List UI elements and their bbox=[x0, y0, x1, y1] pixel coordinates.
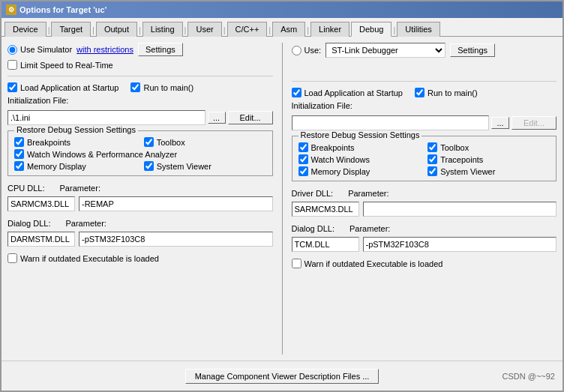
right-use-radio-input[interactable] bbox=[292, 46, 302, 55]
right-breakpoints-input[interactable] bbox=[298, 142, 308, 152]
left-init-row: ... Edit... bbox=[8, 110, 273, 125]
tab-listing[interactable]: Listing bbox=[142, 22, 183, 37]
right-use-label: Use: bbox=[304, 46, 322, 55]
left-memory-checkbox[interactable]: Memory Display bbox=[14, 161, 136, 171]
left-warn-checkbox[interactable]: Warn if outdated Executable is loaded bbox=[8, 253, 159, 263]
right-warn-checkbox[interactable]: Warn if outdated Executable is loaded bbox=[292, 259, 443, 268]
right-use-row: Use: ST-Link Debugger J-LINK Debugger UL… bbox=[292, 43, 557, 58]
left-cpu-dll-input[interactable] bbox=[8, 196, 75, 211]
left-run-main-input[interactable] bbox=[130, 82, 140, 92]
right-dialog-param-input[interactable] bbox=[363, 237, 557, 252]
tab-sep-8: | bbox=[393, 21, 395, 36]
sep1 bbox=[8, 76, 273, 76]
left-load-app-label: Load Application at Startup bbox=[20, 83, 118, 92]
left-memory-input[interactable] bbox=[14, 161, 24, 171]
right-dialog-dll-label: Dialog DLL: bbox=[292, 224, 334, 233]
tab-asm[interactable]: Asm bbox=[272, 22, 305, 37]
tab-user[interactable]: User bbox=[188, 22, 221, 37]
limit-speed-input[interactable] bbox=[8, 60, 17, 70]
right-memory-input[interactable] bbox=[298, 166, 308, 176]
right-dialog-labels: Dialog DLL: Parameter: bbox=[292, 224, 557, 233]
left-edit-button[interactable]: Edit... bbox=[228, 111, 273, 124]
left-run-main-checkbox[interactable]: Run to main() bbox=[130, 82, 194, 92]
left-load-app-checkbox[interactable]: Load Application at Startup bbox=[8, 82, 118, 92]
left-toolbox-checkbox[interactable]: Toolbox bbox=[144, 137, 266, 147]
tab-sep-4: | bbox=[184, 21, 187, 36]
simulator-radio-input[interactable] bbox=[8, 45, 17, 55]
debugger-select[interactable]: ST-Link Debugger J-LINK Debugger ULINK D… bbox=[326, 43, 446, 58]
right-driver-dll-label: Driver DLL: bbox=[292, 189, 334, 198]
left-load-run-row: Load Application at Startup Run to main(… bbox=[8, 82, 273, 92]
left-breakpoints-label: Breakpoints bbox=[27, 138, 70, 147]
left-breakpoints-checkbox[interactable]: Breakpoints bbox=[14, 137, 136, 147]
tab-target[interactable]: Target bbox=[51, 22, 91, 37]
left-cpu-param-label: Parameter: bbox=[60, 184, 100, 193]
tab-linker[interactable]: Linker bbox=[310, 22, 350, 37]
right-sysviewer-input[interactable] bbox=[428, 166, 437, 176]
right-sysviewer-checkbox[interactable]: System Viewer bbox=[428, 166, 550, 176]
tab-output[interactable]: Output bbox=[96, 22, 137, 37]
left-watch-input[interactable] bbox=[14, 149, 24, 159]
right-breakpoints-checkbox[interactable]: Breakpoints bbox=[298, 142, 421, 152]
right-use-radio[interactable]: Use: bbox=[292, 46, 322, 55]
bottom-right: CSDN @~~92 bbox=[379, 372, 555, 381]
tab-debug[interactable]: Debug bbox=[351, 22, 392, 37]
right-browse-button[interactable]: ... bbox=[491, 117, 509, 129]
right-spacer bbox=[292, 61, 557, 75]
right-sysviewer-label: System Viewer bbox=[440, 167, 495, 176]
left-toolbox-input[interactable] bbox=[144, 137, 154, 147]
restrictions-link[interactable]: with restrictions bbox=[76, 45, 134, 54]
left-dialog-param-input[interactable] bbox=[79, 232, 273, 247]
left-init-file-input[interactable] bbox=[8, 110, 206, 125]
left-dialog-dll-input[interactable] bbox=[8, 232, 75, 247]
tab-device[interactable]: Device bbox=[4, 22, 46, 37]
use-simulator-radio[interactable]: Use Simulator bbox=[8, 45, 72, 55]
tab-cc[interactable]: C/C++ bbox=[227, 22, 268, 37]
right-tracepoints-checkbox[interactable]: Tracepoints bbox=[428, 154, 550, 164]
right-run-main-input[interactable] bbox=[415, 88, 424, 97]
bottom-bar: Manage Component Viewer Description File… bbox=[2, 361, 562, 391]
right-toolbox-input[interactable] bbox=[428, 142, 437, 152]
right-edit-button[interactable]: Edit... bbox=[512, 116, 556, 130]
right-warn-input[interactable] bbox=[292, 259, 302, 268]
right-dialog-dll-input[interactable] bbox=[292, 237, 359, 252]
right-tracepoints-input[interactable] bbox=[428, 154, 437, 164]
left-toolbox-label: Toolbox bbox=[157, 138, 185, 147]
limit-speed-checkbox[interactable]: Limit Speed to Real-Time bbox=[8, 60, 113, 70]
left-warn-input[interactable] bbox=[8, 253, 17, 263]
right-warn-label: Warn if outdated Executable is loaded bbox=[304, 259, 443, 268]
left-dialog-row bbox=[8, 232, 273, 247]
left-cpu-param-input[interactable] bbox=[79, 196, 273, 211]
limit-speed-row: Limit Speed to Real-Time bbox=[8, 60, 273, 70]
left-sysviewer-checkbox[interactable]: System Viewer bbox=[144, 161, 266, 171]
right-load-app-checkbox[interactable]: Load Application at Startup bbox=[292, 88, 403, 97]
right-driver-dll-input[interactable] bbox=[292, 202, 359, 217]
manage-component-button[interactable]: Manage Component Viewer Description File… bbox=[185, 369, 380, 384]
left-sysviewer-input[interactable] bbox=[144, 161, 154, 171]
left-load-app-input[interactable] bbox=[8, 82, 17, 92]
left-breakpoints-input[interactable] bbox=[14, 137, 24, 147]
main-window: ⚙ Options for Target 'uc' Device | Targe… bbox=[0, 0, 564, 392]
left-settings-button[interactable]: Settings bbox=[138, 43, 183, 56]
window-title: Options for Target 'uc' bbox=[20, 5, 106, 14]
left-browse-button[interactable]: ... bbox=[208, 112, 226, 124]
left-watch-checkbox[interactable]: Watch Windows & Performance Analyzer bbox=[14, 149, 266, 159]
right-watch-input[interactable] bbox=[298, 154, 308, 164]
left-panel: Use Simulator with restrictions Settings… bbox=[8, 43, 273, 355]
left-restore-title: Restore Debug Session Settings bbox=[14, 125, 138, 134]
right-driver-row bbox=[292, 202, 557, 217]
right-restore-title: Restore Debug Session Settings bbox=[298, 130, 422, 139]
left-dialog-labels: Dialog DLL: Parameter: bbox=[8, 219, 273, 228]
right-driver-param-input[interactable] bbox=[363, 202, 557, 217]
right-watch-checkbox[interactable]: Watch Windows bbox=[298, 154, 421, 164]
right-toolbox-checkbox[interactable]: Toolbox bbox=[428, 142, 550, 152]
right-settings-button[interactable]: Settings bbox=[450, 43, 495, 57]
right-run-main-checkbox[interactable]: Run to main() bbox=[415, 88, 478, 97]
main-content: Use Simulator with restrictions Settings… bbox=[2, 37, 562, 361]
right-load-app-input[interactable] bbox=[292, 88, 302, 97]
right-restore-group: Restore Debug Session Settings Breakpoin… bbox=[292, 136, 557, 181]
right-init-file-input[interactable] bbox=[292, 115, 490, 130]
tab-utilities[interactable]: Utilities bbox=[397, 22, 440, 37]
tab-sep-3: | bbox=[139, 21, 141, 36]
right-memory-checkbox[interactable]: Memory Display bbox=[298, 166, 421, 176]
